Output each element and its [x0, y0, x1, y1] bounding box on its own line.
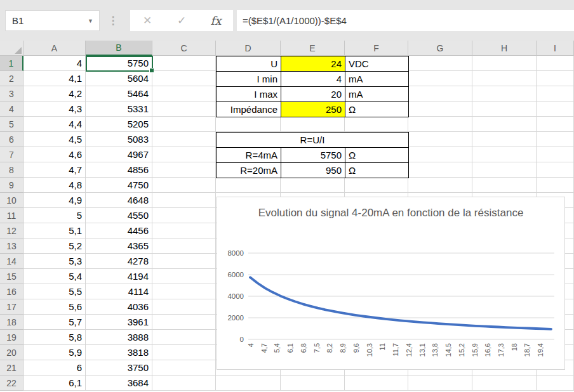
column-header-H[interactable]: H — [472, 41, 537, 56]
insert-function-icon[interactable]: fx — [199, 14, 233, 27]
column-header-I[interactable]: I — [537, 41, 574, 56]
cell-H8[interactable] — [472, 162, 537, 178]
column-header-A[interactable]: A — [23, 41, 86, 56]
cell-H7[interactable] — [472, 147, 537, 162]
row-header-7[interactable]: 7 — [0, 147, 23, 162]
cell-I2[interactable] — [537, 71, 574, 86]
cell-G8[interactable] — [408, 162, 472, 178]
column-header-B[interactable]: B — [86, 41, 152, 56]
formula-input[interactable]: =($E$1/(A1/1000))-$E$4 — [237, 10, 574, 31]
cell-C18[interactable] — [152, 315, 216, 330]
enter-icon[interactable]: ✓ — [164, 14, 199, 27]
chevron-down-icon[interactable]: ▼ — [88, 18, 99, 24]
cell-C7[interactable] — [152, 147, 216, 162]
cell-E5[interactable] — [281, 117, 345, 132]
cell-H4[interactable] — [472, 101, 537, 117]
cell-B16[interactable]: 4114 — [86, 284, 152, 299]
cell-G1[interactable] — [408, 56, 472, 71]
cell-G5[interactable] — [408, 117, 472, 132]
cell-H5[interactable] — [472, 117, 537, 132]
row-header-5[interactable]: 5 — [0, 117, 23, 132]
row-header-21[interactable]: 21 — [0, 360, 23, 376]
cell-A6[interactable]: 4,5 — [23, 132, 86, 147]
params-label-2[interactable]: I min — [217, 72, 281, 87]
cell-C9[interactable] — [152, 178, 216, 193]
column-header-F[interactable]: F — [345, 41, 408, 56]
row-header-12[interactable]: 12 — [0, 223, 23, 238]
params-unit-1[interactable]: VDC — [345, 56, 409, 72]
cell-G3[interactable] — [408, 86, 472, 101]
cell-A2[interactable]: 4,1 — [23, 71, 86, 86]
calc-label-1[interactable]: R=4mA — [217, 148, 281, 163]
row-header-22[interactable]: 22 — [0, 376, 23, 391]
cell-A12[interactable]: 5,1 — [23, 223, 86, 238]
params-label-3[interactable]: I max — [217, 87, 281, 102]
cell-G9[interactable] — [408, 178, 472, 193]
cell-E9[interactable] — [281, 178, 345, 193]
cell-I22[interactable] — [537, 376, 574, 391]
cell-B18[interactable]: 3961 — [86, 315, 152, 330]
cell-C12[interactable] — [152, 223, 216, 238]
cell-B2[interactable]: 5604 — [86, 71, 152, 86]
cell-B11[interactable]: 4550 — [86, 208, 152, 223]
row-header-15[interactable]: 15 — [0, 269, 23, 284]
cell-C5[interactable] — [152, 117, 216, 132]
cell-B19[interactable]: 3888 — [86, 330, 152, 345]
row-header-13[interactable]: 13 — [0, 238, 23, 254]
cell-B12[interactable]: 4456 — [86, 223, 152, 238]
cell-H1[interactable] — [472, 56, 537, 71]
cell-G6[interactable] — [408, 132, 472, 147]
row-header-1[interactable]: 1 — [0, 56, 23, 71]
cell-F9[interactable] — [345, 178, 408, 193]
cell-C17[interactable] — [152, 299, 216, 315]
calc-unit-2[interactable]: Ω — [345, 163, 409, 178]
cell-E22[interactable] — [281, 376, 345, 391]
row-header-17[interactable]: 17 — [0, 299, 23, 315]
cell-F5[interactable] — [345, 117, 408, 132]
row-header-6[interactable]: 6 — [0, 132, 23, 147]
cell-C4[interactable] — [152, 101, 216, 117]
cell-I5[interactable] — [537, 117, 574, 132]
cell-B13[interactable]: 4365 — [86, 238, 152, 254]
row-header-8[interactable]: 8 — [0, 162, 23, 178]
cell-C2[interactable] — [152, 71, 216, 86]
cell-A9[interactable]: 4,8 — [23, 178, 86, 193]
cell-I6[interactable] — [537, 132, 574, 147]
cell-A18[interactable]: 5,7 — [23, 315, 86, 330]
cell-A5[interactable]: 4,4 — [23, 117, 86, 132]
params-value-1[interactable]: 24 — [281, 56, 345, 72]
cell-I3[interactable] — [537, 86, 574, 101]
cell-H6[interactable] — [472, 132, 537, 147]
name-box[interactable]: B1 ▼ — [5, 10, 100, 31]
cell-C14[interactable] — [152, 254, 216, 269]
cancel-icon[interactable]: ✕ — [130, 14, 164, 27]
column-header-D[interactable]: D — [216, 41, 281, 56]
cell-C3[interactable] — [152, 86, 216, 101]
cell-A19[interactable]: 5,8 — [23, 330, 86, 345]
cell-C8[interactable] — [152, 162, 216, 178]
cell-A20[interactable]: 5,9 — [23, 345, 86, 360]
cell-I4[interactable] — [537, 101, 574, 117]
cell-A3[interactable]: 4,2 — [23, 86, 86, 101]
cell-A14[interactable]: 5,3 — [23, 254, 86, 269]
cell-B20[interactable]: 3818 — [86, 345, 152, 360]
cell-I8[interactable] — [537, 162, 574, 178]
cell-C21[interactable] — [152, 360, 216, 376]
params-label-4[interactable]: Impédance — [217, 102, 281, 117]
params-unit-2[interactable]: mA — [345, 72, 409, 87]
cell-I1[interactable] — [537, 56, 574, 71]
params-value-3[interactable]: 20 — [281, 87, 345, 102]
column-header-C[interactable]: C — [152, 41, 216, 56]
cell-G22[interactable] — [408, 376, 472, 391]
row-header-20[interactable]: 20 — [0, 345, 23, 360]
cell-A11[interactable]: 5 — [23, 208, 86, 223]
row-header-9[interactable]: 9 — [0, 178, 23, 193]
cell-B6[interactable]: 5083 — [86, 132, 152, 147]
cell-A4[interactable]: 4,3 — [23, 101, 86, 117]
cell-C16[interactable] — [152, 284, 216, 299]
row-header-14[interactable]: 14 — [0, 254, 23, 269]
cell-C22[interactable] — [152, 376, 216, 391]
cell-C11[interactable] — [152, 208, 216, 223]
row-header-10[interactable]: 10 — [0, 193, 23, 208]
row-header-2[interactable]: 2 — [0, 71, 23, 86]
